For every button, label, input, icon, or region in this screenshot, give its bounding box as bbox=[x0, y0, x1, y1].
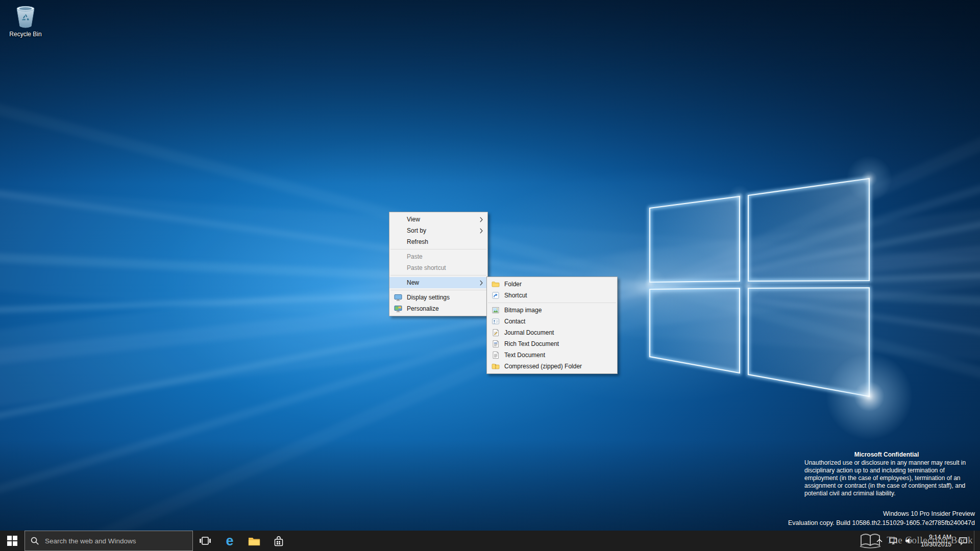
folder-icon bbox=[492, 280, 500, 288]
new-submenu: Folder Shortcut Bitmap image bbox=[486, 277, 618, 374]
build-watermark: Windows 10 Pro Insider Preview Evaluatio… bbox=[788, 509, 975, 528]
tray-chevron-button[interactable] bbox=[876, 531, 883, 551]
taskbar: e bbox=[0, 531, 980, 551]
menu-item-label: Display settings bbox=[407, 294, 450, 301]
menu-item-new[interactable]: New bbox=[389, 277, 487, 288]
confidential-title: Microsoft Confidential bbox=[804, 451, 969, 459]
submenu-arrow-icon bbox=[480, 228, 483, 234]
network-button[interactable] bbox=[889, 531, 898, 551]
clock-time: 9:14 AM bbox=[921, 534, 951, 541]
menu-item-label: Rich Text Document bbox=[504, 340, 559, 347]
file-explorer-button[interactable] bbox=[242, 531, 266, 551]
network-icon bbox=[889, 536, 898, 545]
menu-item-label: New bbox=[407, 279, 419, 286]
submenu-item-bitmap-image[interactable]: Bitmap image bbox=[487, 305, 617, 316]
search-input[interactable] bbox=[44, 537, 187, 545]
clock-date: 10/30/2015 bbox=[921, 541, 951, 548]
submenu-item-compressed-folder[interactable]: Compressed (zipped) Folder bbox=[487, 361, 617, 372]
recycle-bin-icon bbox=[13, 4, 38, 30]
volume-icon bbox=[904, 536, 914, 545]
submenu-item-contact[interactable]: Contact bbox=[487, 316, 617, 327]
menu-item-paste-shortcut[interactable]: Paste shortcut bbox=[389, 262, 487, 273]
menu-item-label: Compressed (zipped) Folder bbox=[504, 363, 582, 370]
menu-item-paste[interactable]: Paste bbox=[389, 251, 487, 262]
recycle-bin[interactable]: Recycle Bin bbox=[5, 4, 46, 38]
desktop-context-menu: View Sort by Refresh Paste Paste shortcu… bbox=[389, 212, 488, 316]
action-center-button[interactable] bbox=[959, 531, 968, 551]
shortcut-icon bbox=[492, 291, 500, 299]
system-tray: 9:14 AM 10/30/2015 bbox=[872, 531, 980, 551]
taskbar-search[interactable] bbox=[24, 531, 193, 551]
confidential-notice: Microsoft Confidential Unauthorized use … bbox=[804, 451, 969, 497]
personalize-icon bbox=[394, 305, 402, 313]
submenu-item-folder[interactable]: Folder bbox=[487, 279, 617, 290]
menu-item-label: Refresh bbox=[407, 238, 428, 245]
task-view-button[interactable] bbox=[193, 531, 217, 551]
menu-separator bbox=[390, 275, 486, 276]
submenu-item-journal-document[interactable]: Journal Document bbox=[487, 327, 617, 338]
menu-separator bbox=[390, 290, 486, 290]
taskbar-clock[interactable]: 9:14 AM 10/30/2015 bbox=[920, 534, 952, 548]
edge-button[interactable]: e bbox=[217, 531, 242, 551]
menu-item-label: Sort by bbox=[407, 227, 426, 234]
menu-item-label: Journal Document bbox=[504, 329, 554, 336]
confidential-body: Unauthorized use or disclosure in any ma… bbox=[804, 459, 969, 497]
submenu-item-text-document[interactable]: Text Document bbox=[487, 349, 617, 361]
menu-item-label: Contact bbox=[504, 318, 525, 325]
menu-item-sort-by[interactable]: Sort by bbox=[389, 225, 487, 236]
submenu-arrow-icon bbox=[480, 217, 483, 222]
journal-document-icon bbox=[492, 329, 500, 337]
submenu-item-rich-text-document[interactable]: Rich Text Document bbox=[487, 338, 617, 349]
menu-item-label: Bitmap image bbox=[504, 307, 542, 314]
menu-separator bbox=[488, 303, 616, 303]
chevron-up-icon bbox=[876, 538, 883, 543]
file-explorer-icon bbox=[248, 534, 261, 547]
menu-item-label: Text Document bbox=[504, 352, 545, 359]
store-icon bbox=[272, 534, 285, 547]
volume-button[interactable] bbox=[904, 531, 914, 551]
menu-item-label: Folder bbox=[504, 281, 522, 288]
menu-item-label: Personalize bbox=[407, 305, 439, 312]
build-string: Evaluation copy. Build 10586.th2.151029-… bbox=[788, 518, 975, 528]
display-settings-icon bbox=[394, 293, 402, 302]
rich-text-document-icon bbox=[492, 340, 500, 348]
edge-icon: e bbox=[226, 534, 233, 548]
menu-item-display-settings[interactable]: Display settings bbox=[389, 292, 487, 303]
menu-item-label: View bbox=[407, 216, 420, 223]
store-button[interactable] bbox=[266, 531, 291, 551]
action-center-icon bbox=[959, 536, 968, 545]
task-view-icon bbox=[199, 534, 212, 547]
build-edition: Windows 10 Pro Insider Preview bbox=[788, 509, 975, 518]
bitmap-image-icon bbox=[492, 306, 500, 314]
menu-item-label: Paste shortcut bbox=[407, 264, 446, 271]
menu-item-view[interactable]: View bbox=[389, 214, 487, 225]
windows-logo-icon bbox=[7, 536, 17, 546]
menu-item-label: Shortcut bbox=[504, 292, 527, 299]
start-button[interactable] bbox=[0, 531, 24, 551]
menu-item-personalize[interactable]: Personalize bbox=[389, 303, 487, 314]
zipped-folder-icon bbox=[492, 362, 500, 370]
menu-separator bbox=[390, 249, 486, 249]
recycle-bin-label: Recycle Bin bbox=[5, 31, 46, 38]
menu-item-label: Paste bbox=[407, 253, 423, 260]
desktop: Recycle Bin Microsoft Confidential Unaut… bbox=[0, 0, 980, 551]
menu-item-refresh[interactable]: Refresh bbox=[389, 236, 487, 247]
show-desktop-button[interactable] bbox=[974, 531, 978, 551]
contact-icon bbox=[492, 317, 500, 325]
submenu-arrow-icon bbox=[480, 280, 483, 286]
text-document-icon bbox=[492, 351, 500, 359]
search-icon bbox=[30, 536, 39, 545]
submenu-item-shortcut[interactable]: Shortcut bbox=[487, 290, 617, 301]
